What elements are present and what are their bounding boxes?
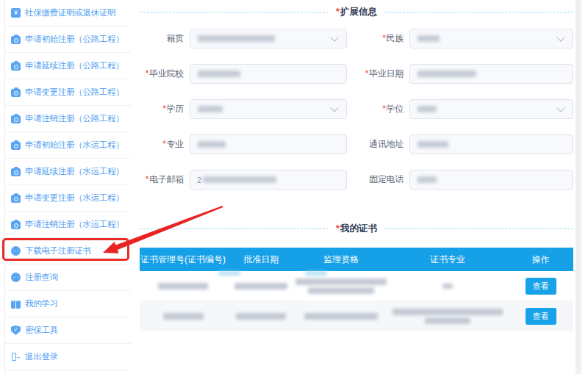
dashed-divider	[140, 12, 329, 12]
landline-phone-input[interactable]	[409, 170, 573, 190]
field-label: 毕业院校	[149, 68, 184, 79]
table-row: 查看	[140, 301, 573, 331]
table-header-row: 证书管理号(证书编号)批准日期监理资格证书专业操作	[140, 248, 573, 271]
sidebar-item-logout[interactable]: 退出登录	[5, 344, 131, 370]
required-asterisk: *	[162, 104, 165, 114]
graduate-school-input[interactable]	[190, 64, 347, 84]
view-certificate-button[interactable]: 查看	[526, 278, 556, 295]
form-field-mailing-address: 通讯地址	[356, 134, 573, 154]
redacted-value	[304, 313, 378, 320]
redacted-value	[417, 106, 437, 112]
column-header: 监理资格	[295, 250, 387, 270]
briefcase-icon	[11, 168, 21, 176]
chevron-down-icon	[556, 33, 564, 41]
form-field-ethnicity: *民族	[356, 29, 573, 48]
shield-check-icon	[11, 326, 21, 335]
registration-portal-page: 社保缴费证明或退休证明 申请初始注册（公路工程） 申请延续注册（公路工程） 申请…	[0, 0, 588, 374]
form-field-native-place: 籍贯	[136, 29, 347, 48]
degree-select[interactable]	[409, 99, 573, 119]
redacted-value	[392, 309, 503, 315]
required-asterisk: *	[382, 104, 385, 114]
major-input[interactable]	[190, 134, 347, 154]
my-certificates-section-header: *我的证书	[140, 223, 573, 234]
form-field-graduate-school: *毕业院校	[136, 64, 347, 84]
sidebar-item-initial-registration-highway[interactable]: 申请初始注册（公路工程）	[5, 26, 131, 53]
supervision-qualification-cell	[295, 309, 387, 323]
briefcase-icon	[11, 195, 21, 203]
scrollbar[interactable]	[576, 0, 581, 374]
sidebar-item-security-tool[interactable]: 密保工具	[5, 317, 131, 344]
certificates-table: 证书管理号(证书编号)批准日期监理资格证书专业操作 查看 查看	[140, 248, 573, 331]
column-header: 批准日期	[226, 250, 295, 270]
required-asterisk: *	[336, 223, 340, 234]
graduation-date-input[interactable]	[409, 64, 573, 84]
required-asterisk: *	[146, 174, 148, 184]
field-label: 电子邮箱	[149, 174, 184, 184]
sidebar-item-cancel-registration-waterway[interactable]: 申请注销注册（水运工程）	[5, 212, 131, 238]
certificate-major-cell	[387, 305, 508, 328]
mailing-address-input[interactable]	[409, 134, 573, 154]
sidebar-item-change-registration-waterway[interactable]: 申请变更注册（水运工程）	[5, 185, 131, 212]
ethnicity-select[interactable]	[409, 29, 573, 48]
required-asterisk: *	[146, 68, 148, 79]
redacted-value	[198, 106, 223, 112]
form-field-graduation-date: *毕业日期	[356, 64, 573, 84]
briefcase-icon	[11, 221, 21, 229]
redacted-value	[417, 35, 440, 42]
sidebar-item-renewal-registration-highway[interactable]: 申请延续注册（公路工程）	[5, 53, 131, 79]
sidebar-item-download-e-certificate[interactable]: 下载电子注册证书	[5, 238, 131, 265]
redacted-value	[158, 283, 208, 290]
required-asterisk: *	[382, 33, 385, 43]
sidebar-item-cancel-registration-highway[interactable]: 申请注销注册（公路工程）	[5, 106, 131, 132]
field-label: 毕业日期	[369, 68, 404, 79]
view-certificate-button[interactable]: 查看	[526, 308, 556, 325]
blur-artifact	[218, 271, 240, 276]
column-header: 操作	[508, 250, 573, 270]
dashed-divider	[384, 229, 573, 229]
field-label: 固定电话	[369, 174, 404, 184]
field-label: 籍贯	[167, 33, 184, 43]
native-place-select[interactable]	[190, 29, 347, 48]
redacted-value	[417, 71, 476, 77]
field-label: 学位	[387, 104, 404, 114]
dashed-divider	[384, 12, 573, 12]
sidebar-item-renewal-registration-waterway[interactable]: 申请延续注册（水运工程）	[5, 159, 131, 185]
extended-info-form: 籍贯 *民族 *毕业院校 *毕业日期	[136, 29, 573, 190]
redacted-value	[198, 71, 240, 77]
dashed-divider	[140, 229, 329, 229]
redacted-value	[198, 141, 226, 148]
education-level-select[interactable]	[190, 99, 347, 119]
briefcase-icon	[11, 62, 21, 71]
redacted-value	[198, 35, 275, 42]
sidebar-item-social-insurance-proof[interactable]: 社保缴费证明或退休证明	[5, 0, 131, 26]
blur-artifact	[305, 271, 327, 276]
field-value-prefix: 2	[197, 176, 201, 184]
form-field-degree: *学位	[356, 99, 573, 119]
table-row: 查看	[140, 271, 573, 301]
redacted-value	[236, 313, 286, 320]
required-asterisk: *	[162, 139, 165, 149]
field-label: 通讯地址	[369, 139, 404, 149]
redacted-value	[417, 141, 448, 148]
field-label: 学历	[167, 104, 184, 114]
sidebar-menu: 社保缴费证明或退休证明 申请初始注册（公路工程） 申请延续注册（公路工程） 申请…	[4, 0, 131, 374]
ellipsis-circle-icon	[11, 273, 21, 282]
logout-icon	[11, 352, 21, 362]
certificate-number-cell	[140, 279, 226, 293]
sidebar-item-change-registration-highway[interactable]: 申请变更注册（公路工程）	[5, 79, 131, 106]
action-cell: 查看	[508, 304, 573, 328]
form-field-major: *专业	[136, 134, 347, 154]
redacted-value	[203, 176, 276, 183]
sidebar-item-initial-registration-waterway[interactable]: 申请初始注册（水运工程）	[5, 132, 131, 159]
required-asterisk: *	[336, 7, 340, 17]
certificate-major-cell	[387, 280, 508, 292]
approval-date-cell	[226, 279, 295, 293]
sidebar-item-registration-query[interactable]: 注册查询	[5, 265, 131, 291]
form-field-email: *电子邮箱 2	[136, 170, 347, 190]
yen-badge-icon	[11, 8, 21, 18]
extended-info-section-header: *扩展信息	[140, 6, 573, 18]
email-input[interactable]: 2	[190, 170, 347, 190]
section-title: *扩展信息	[336, 6, 377, 18]
column-header: 证书管理号(证书编号)	[140, 250, 226, 270]
sidebar-item-my-learning[interactable]: 我的学习	[5, 291, 131, 317]
